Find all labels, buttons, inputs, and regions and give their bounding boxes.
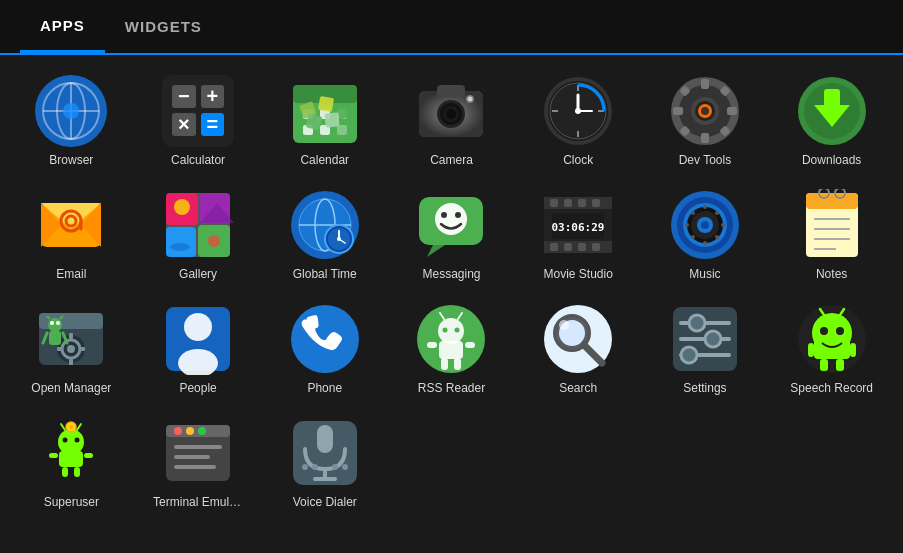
app-phone[interactable]: Phone [263, 293, 386, 403]
terminal-label: Terminal Emula… [153, 495, 243, 509]
speechrecord-icon [796, 303, 868, 375]
svg-point-111 [715, 235, 719, 239]
app-camera[interactable]: Camera [390, 65, 513, 175]
app-messaging[interactable]: Messaging [390, 179, 513, 289]
svg-rect-176 [820, 359, 828, 371]
svg-rect-200 [317, 425, 333, 453]
app-search[interactable]: Search [517, 293, 640, 403]
app-calculator[interactable]: − + × = Calculator [137, 65, 260, 175]
svg-point-195 [198, 427, 206, 435]
search-icon [542, 303, 614, 375]
app-globaltime[interactable]: Global Time [263, 179, 386, 289]
svg-rect-184 [74, 467, 80, 477]
svg-rect-128 [69, 359, 73, 365]
moviestyle-icon: 03:06:29 [542, 189, 614, 261]
svg-point-186 [75, 437, 80, 442]
browser-icon [35, 75, 107, 147]
svg-point-135 [50, 321, 54, 325]
svg-point-131 [48, 318, 62, 332]
app-music[interactable]: Music [644, 179, 767, 289]
app-settings[interactable]: Settings [644, 293, 767, 403]
svg-rect-196 [174, 445, 222, 449]
svg-point-25 [446, 109, 456, 119]
app-notes[interactable]: Notes [770, 179, 893, 289]
svg-point-151 [443, 327, 448, 332]
svg-rect-127 [69, 333, 73, 339]
svg-rect-94 [564, 243, 572, 251]
svg-marker-82 [427, 245, 445, 257]
svg-rect-115 [806, 193, 858, 209]
svg-point-105 [701, 221, 709, 229]
app-terminal[interactable]: Terminal Emula… [137, 407, 260, 517]
globaltime-label: Global Time [293, 267, 357, 281]
svg-point-80 [337, 237, 341, 241]
svg-rect-66 [166, 227, 196, 257]
svg-point-170 [820, 327, 828, 335]
svg-rect-90 [564, 199, 572, 207]
tab-apps[interactable]: APPS [20, 1, 105, 53]
svg-point-37 [575, 108, 581, 114]
tab-widgets[interactable]: WIDGETS [105, 2, 222, 51]
svg-point-194 [186, 427, 194, 435]
calculator-icon: − + × = [162, 75, 234, 147]
rssreader-label: RSS Reader [418, 381, 485, 395]
svg-rect-142 [190, 341, 206, 343]
app-calendar[interactable]: Calendar [263, 65, 386, 175]
email-icon [35, 189, 107, 261]
svg-rect-181 [49, 453, 58, 458]
app-devtools[interactable]: Dev Tools [644, 65, 767, 175]
app-clock[interactable]: Clock [517, 65, 640, 175]
app-email[interactable]: Email [10, 179, 133, 289]
app-voicedialer[interactable]: Voice Dialer [263, 407, 386, 517]
svg-rect-18 [324, 112, 339, 127]
app-browser[interactable]: Browser [10, 65, 133, 175]
svg-point-5 [63, 103, 79, 119]
svg-point-84 [441, 212, 447, 218]
svg-point-190 [69, 425, 73, 429]
svg-rect-148 [465, 342, 475, 348]
app-superuser[interactable]: Superuser [10, 407, 133, 517]
app-speechrecord[interactable]: Speech Record [770, 293, 893, 403]
svg-rect-13 [337, 125, 347, 135]
svg-point-145 [438, 318, 464, 344]
gallery-icon [162, 189, 234, 261]
svg-text:03:06:29: 03:06:29 [552, 221, 605, 234]
svg-rect-92 [592, 199, 600, 207]
svg-rect-177 [836, 359, 844, 371]
svg-point-203 [302, 464, 308, 470]
svg-rect-130 [79, 347, 85, 351]
superuser-label: Superuser [44, 495, 99, 509]
svg-rect-175 [850, 343, 856, 357]
app-downloads[interactable]: Downloads [770, 65, 893, 175]
svg-point-110 [691, 211, 695, 215]
search-label: Search [559, 381, 597, 395]
moviestyle-label: Movie Studio [544, 267, 613, 281]
phone-label: Phone [307, 381, 342, 395]
app-people[interactable]: People [137, 293, 260, 403]
svg-point-70 [170, 243, 190, 251]
app-openmanager[interactable]: Open Manager [10, 293, 133, 403]
svg-point-107 [703, 241, 707, 245]
calculator-label: Calculator [171, 153, 225, 167]
app-rssreader[interactable]: RSS Reader [390, 293, 513, 403]
music-label: Music [689, 267, 720, 281]
svg-rect-169 [814, 339, 850, 359]
svg-rect-43 [727, 107, 737, 115]
svg-rect-197 [174, 455, 210, 459]
svg-point-164 [705, 331, 721, 347]
devtools-icon [669, 75, 741, 147]
openmanager-icon [35, 303, 107, 375]
svg-rect-149 [441, 358, 448, 370]
clock-label: Clock [563, 153, 593, 167]
svg-point-83 [435, 203, 467, 235]
downloads-label: Downloads [802, 153, 861, 167]
header: APPS WIDGETS [0, 0, 903, 55]
superuser-icon [35, 417, 107, 489]
svg-point-205 [332, 464, 338, 470]
svg-rect-183 [62, 467, 68, 477]
people-icon [162, 303, 234, 375]
browser-label: Browser [49, 153, 93, 167]
app-gallery[interactable]: Gallery [137, 179, 260, 289]
app-moviestyle[interactable]: 03:06:29 Movie Studio [517, 179, 640, 289]
svg-rect-91 [578, 199, 586, 207]
